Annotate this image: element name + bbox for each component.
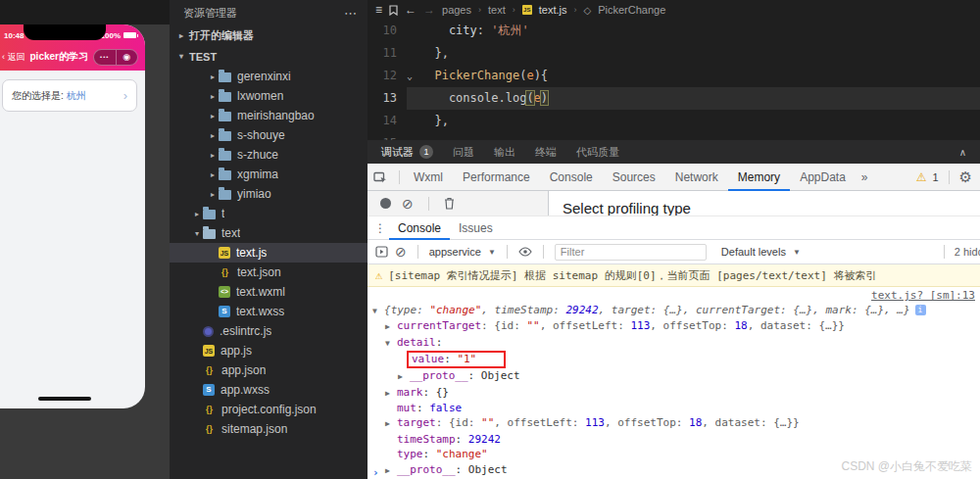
console-entry-8[interactable]: timeStamp: 29242 (368, 432, 980, 447)
tab-label: 输出 (494, 145, 515, 160)
tree-item-text.wxml[interactable]: <>text.wxml (170, 282, 368, 302)
console-warning-row[interactable]: ⚠ [sitemap 索引情况提示] 根据 sitemap 的规则[0]，当前页… (368, 264, 980, 287)
section-open-editors[interactable]: ▸ 打开的编辑器 (170, 25, 368, 46)
drawer-tab-Console[interactable]: Console (389, 216, 450, 240)
clear-profiles-icon[interactable]: ⊘ (402, 199, 414, 209)
debugger-tab-调试器[interactable]: 调试器1 (381, 145, 433, 160)
forward-arrow-icon[interactable]: → (423, 3, 435, 17)
disclosure-triangle-icon[interactable]: ▶ (385, 386, 397, 401)
tree-item-text.wxss[interactable]: Stext.wxss (170, 302, 368, 321)
devtools-tab-Network[interactable]: Network (665, 164, 728, 191)
context-selector[interactable]: appservice (429, 246, 481, 258)
fold-icon[interactable]: ⌄ (407, 65, 420, 87)
tree-item-sitemap.json[interactable]: {}sitemap.json (170, 419, 368, 439)
tree-item-s-shouye[interactable]: ▸s-shouye (170, 125, 368, 145)
devtools-tab-Sources[interactable]: Sources (603, 164, 665, 191)
bookmark-icon[interactable] (389, 5, 398, 16)
code-line-14[interactable]: 14 }, (368, 110, 980, 132)
tree-item-app.wxss[interactable]: Sapp.wxss (170, 380, 368, 400)
breadcrumb-item[interactable]: text (488, 4, 506, 16)
debugger-tab-输出[interactable]: 输出 (494, 145, 515, 160)
log-levels-selector[interactable]: Default levels (721, 246, 786, 258)
code-line-15[interactable]: 15 (368, 132, 980, 140)
code-text: console.log(e) (420, 87, 548, 110)
collapse-panel-icon[interactable]: ∧ (959, 147, 966, 158)
tree-item-xgmima[interactable]: ▸xgmima (170, 165, 368, 184)
gear-icon[interactable]: ⚙ (959, 168, 972, 186)
frame-selector-icon[interactable] (375, 246, 388, 258)
filter-input[interactable] (555, 244, 707, 261)
capsule-close-icon[interactable]: ◉ (117, 50, 138, 65)
devtools-tab-Console[interactable]: Console (540, 164, 603, 191)
folder-open-icon (203, 229, 216, 239)
breadcrumb-item[interactable]: pages (442, 4, 471, 16)
tree-item-yimiao[interactable]: ▸yimiao (170, 184, 368, 204)
tree-item-project.config.json[interactable]: {}project.config.json (170, 400, 368, 419)
disclosure-triangle-icon[interactable]: ▼ (385, 336, 397, 351)
disclosure-triangle-icon[interactable]: ▶ (385, 319, 397, 334)
console-entry-1[interactable]: ▶currentTarget: {id: "", offsetLeft: 113… (368, 318, 980, 334)
kebab-menu-icon[interactable]: ⋮ (371, 221, 389, 235)
devtools-tab-bar: WxmlPerformanceConsoleSourcesNetworkMemo… (368, 164, 980, 191)
console-entry-4[interactable]: ▶__proto__: Object (368, 368, 980, 384)
code-line-10[interactable]: 10 city: '杭州' (368, 20, 980, 42)
devtools-tab-Performance[interactable]: Performance (453, 164, 540, 191)
eye-icon[interactable] (518, 247, 532, 257)
picker-field[interactable]: 您的选择是: 杭州 › (2, 79, 137, 112)
list-icon[interactable]: ≡ (375, 3, 382, 17)
tree-item-app.js[interactable]: JSapp.js (170, 341, 368, 360)
tree-item-lxwomen[interactable]: ▸lxwomen (170, 86, 368, 106)
trash-icon[interactable] (444, 197, 455, 210)
breadcrumb-symbol[interactable]: PickerChange (598, 4, 665, 16)
tree-item-label: yimiao (237, 187, 271, 201)
tree-item-gerenxinxi[interactable]: ▸gerenxinxi (170, 67, 368, 86)
devtools-tab-AppData[interactable]: AppData (790, 164, 856, 191)
code-line-12[interactable]: 12⌄ PickerChange(e){ (368, 65, 980, 87)
disclosure-triangle-icon[interactable]: ▶ (398, 369, 410, 384)
drawer-tab-Issues[interactable]: Issues (450, 216, 502, 240)
code-line-13[interactable]: 13 console.log(e) (368, 87, 980, 110)
debugger-tab-代码质量[interactable]: 代码质量 (576, 145, 619, 160)
debugger-tab-问题[interactable]: 问题 (453, 145, 474, 160)
console-prompt-icon[interactable]: › (372, 466, 379, 479)
breadcrumb: ≡ ← → pages › text › JS text.js › ◇ Pick… (368, 0, 980, 20)
warning-icon[interactable]: ⚠ (916, 170, 927, 184)
token-gry: : {…}, (651, 303, 696, 317)
console-entry-3[interactable]: value: "1" (368, 351, 980, 368)
chevron-down-icon: ▼ (488, 248, 496, 257)
console-entry-0[interactable]: ▼{type: "change", timeStamp: 29242, targ… (368, 303, 980, 318)
clear-console-icon[interactable]: ⊘ (395, 247, 407, 257)
section-project-root[interactable]: ▾ TEST (170, 46, 368, 67)
tree-item-meirishangbao[interactable]: ▸meirishangbao (170, 106, 368, 125)
more-tabs-icon[interactable]: » (856, 170, 874, 184)
tree-item-.eslintrc.js[interactable]: .eslintrc.js (170, 321, 368, 341)
record-profile-icon[interactable] (380, 198, 391, 209)
back-arrow-icon[interactable]: ← (405, 3, 416, 17)
tree-item-text.js[interactable]: JStext.js (170, 243, 368, 263)
devtools-tab-Memory[interactable]: Memory (728, 164, 790, 191)
console-entry-6[interactable]: mut: false (368, 401, 980, 415)
nav-back-button[interactable]: ‹ 返回 (2, 51, 25, 64)
more-actions-icon[interactable]: ⋯ (344, 6, 358, 21)
capsule-more-icon[interactable]: ••• (94, 50, 117, 65)
devtools-tab-Wxml[interactable]: Wxml (404, 164, 453, 191)
debugger-tab-终端[interactable]: 终端 (535, 145, 557, 160)
tree-item-text.json[interactable]: {}text.json (170, 263, 368, 282)
disclosure-triangle-icon[interactable]: ▼ (372, 304, 384, 318)
tree-item-t[interactable]: ▸t (170, 204, 368, 223)
inspect-element-icon[interactable] (373, 170, 395, 184)
console-entry-2[interactable]: ▼detail: (368, 335, 980, 351)
miniprogram-capsule[interactable]: ••• ◉ (93, 49, 138, 66)
disclosure-triangle-icon[interactable]: ▶ (385, 463, 397, 478)
source-link[interactable]: text.js? [sm]:13 (871, 289, 975, 302)
console-entry-5[interactable]: ▶mark: {} (368, 385, 980, 401)
code-line-11[interactable]: 11 }, (368, 42, 980, 65)
tree-item-text[interactable]: ▾text (170, 223, 368, 243)
tree-item-s-zhuce[interactable]: ▸s-zhuce (170, 145, 368, 165)
console-entry-7[interactable]: ▶target: {id: "", offsetLeft: 113, offse… (368, 415, 980, 431)
breadcrumb-file[interactable]: text.js (539, 4, 567, 16)
disclosure-triangle-icon[interactable]: ▶ (385, 416, 397, 431)
tree-item-app.json[interactable]: {}app.json (170, 360, 368, 380)
chevron-right-icon: ▸ (207, 92, 219, 101)
token-fn: PickerChange (434, 69, 519, 82)
